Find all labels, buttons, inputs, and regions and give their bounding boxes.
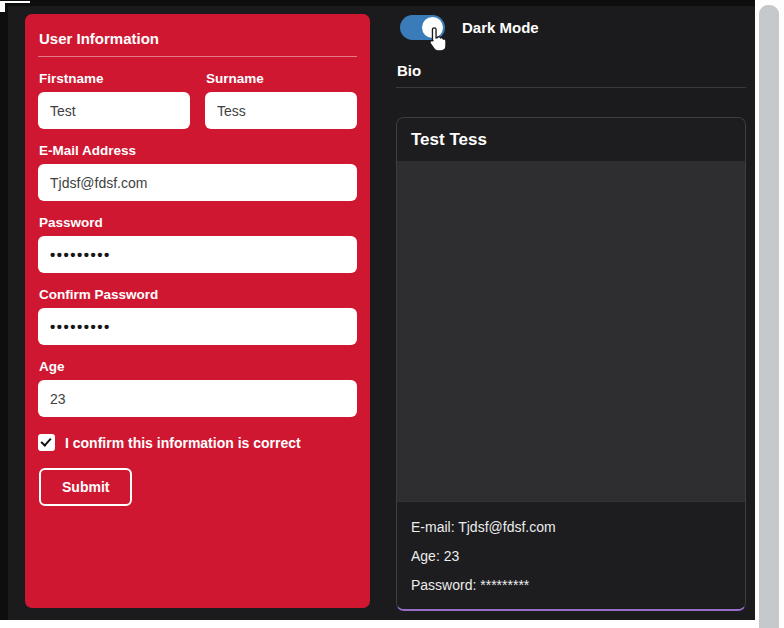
bio-panel: Dark Mode Bio Test Tess E-mail: Tjdsf@fd… xyxy=(396,0,746,611)
bio-email-line: E-mail: Tjdsf@fdsf.com xyxy=(411,519,731,535)
page: User Information Firstname Surname E-Mai… xyxy=(0,0,784,628)
checkmark-icon xyxy=(40,435,51,446)
submit-button[interactable]: Submit xyxy=(39,468,132,506)
scrollbar[interactable] xyxy=(755,0,784,628)
bio-card-footer: E-mail: Tjdsf@fdsf.com Age: 23 Password:… xyxy=(397,501,745,609)
dark-mode-label: Dark Mode xyxy=(462,19,539,36)
age-input[interactable] xyxy=(38,380,357,417)
age-label: Age xyxy=(39,359,356,374)
dark-mode-row: Dark Mode xyxy=(396,15,746,40)
confirm-password-group: Confirm Password xyxy=(38,287,357,345)
email-group: E-Mail Address xyxy=(38,143,357,201)
age-group: Age xyxy=(38,359,357,417)
scrollbar-thumb[interactable] xyxy=(759,5,779,628)
name-fields-row: Firstname Surname xyxy=(38,57,357,129)
panel-title: User Information xyxy=(38,28,357,57)
password-group: Password xyxy=(38,215,357,273)
cursor-pointer-icon xyxy=(426,26,450,53)
firstname-input[interactable] xyxy=(38,92,190,129)
firstname-group: Firstname xyxy=(38,57,190,129)
surname-group: Surname xyxy=(205,57,357,129)
surname-label: Surname xyxy=(206,71,356,86)
user-information-panel: User Information Firstname Surname E-Mai… xyxy=(25,14,370,608)
bio-heading: Bio xyxy=(396,62,746,88)
confirm-checkbox-row: I confirm this information is correct xyxy=(38,434,357,451)
bio-card: Test Tess E-mail: Tjdsf@fdsf.com Age: 23… xyxy=(396,117,746,611)
bio-card-title: Test Tess xyxy=(397,118,745,161)
confirm-checkbox-label: I confirm this information is correct xyxy=(65,435,301,451)
confirm-password-label: Confirm Password xyxy=(39,287,356,302)
firstname-label: Firstname xyxy=(39,71,189,86)
bio-age-line: Age: 23 xyxy=(411,548,731,564)
password-input[interactable] xyxy=(38,236,357,273)
app-background: User Information Firstname Surname E-Mai… xyxy=(0,0,755,620)
password-label: Password xyxy=(39,215,356,230)
surname-input[interactable] xyxy=(205,92,357,129)
page-top-strip xyxy=(0,1,30,3)
bio-textarea[interactable] xyxy=(397,161,745,501)
email-label: E-Mail Address xyxy=(39,143,356,158)
confirm-password-input[interactable] xyxy=(38,308,357,345)
left-edge-strip xyxy=(0,0,8,620)
confirm-checkbox[interactable] xyxy=(38,434,55,451)
email-input[interactable] xyxy=(38,164,357,201)
bio-password-line: Password: ********* xyxy=(411,577,731,593)
